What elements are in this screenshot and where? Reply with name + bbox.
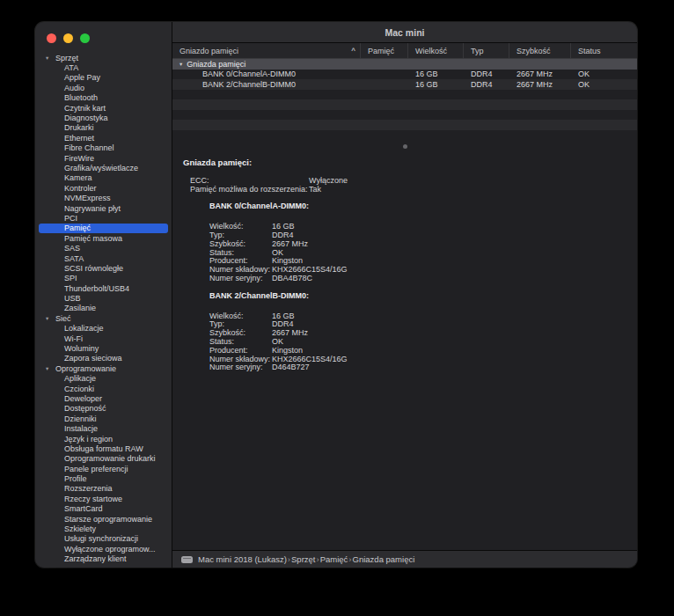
sidebar-item[interactable]: Obsługa formatu RAW: [39, 444, 168, 453]
cell-slot: BANK 2/ChannelB-DIMM0: [172, 80, 361, 89]
sidebar-item[interactable]: Lokalizacje: [39, 324, 168, 334]
sidebar-item[interactable]: Aplikacje: [39, 374, 168, 384]
titlebar[interactable]: Mac mini: [172, 22, 637, 43]
column-header[interactable]: Gniazdo pamięci^: [172, 43, 361, 58]
column-header[interactable]: Szybkość: [509, 43, 571, 58]
column-header[interactable]: Wielkość: [408, 43, 464, 58]
sidebar-item[interactable]: Starsze oprogramowanie: [39, 514, 168, 524]
sidebar-item-label: Kontroler: [64, 184, 97, 193]
chevron-down-icon: ▾: [46, 365, 55, 372]
sidebar-item[interactable]: PCI: [39, 213, 168, 223]
empty-row: [172, 120, 637, 130]
sidebar-item[interactable]: Kamera: [39, 173, 168, 183]
sidebar-item[interactable]: Fibre Channel: [39, 143, 168, 153]
sidebar-item[interactable]: Nagrywanie płyt: [39, 203, 168, 213]
sidebar-item-label: Czcionki: [64, 385, 94, 393]
sidebar-item[interactable]: SmartCard: [39, 504, 168, 514]
sidebar-item[interactable]: Thunderbolt/USB4: [39, 283, 168, 293]
sidebar-item[interactable]: Bluetooth: [39, 93, 168, 103]
system-information-window: ▾SprzętATAApple PayAudioBluetoothCzytnik…: [35, 22, 637, 568]
sidebar-item[interactable]: Zarządzany klient: [39, 554, 168, 564]
breadcrumb-segment: Sprzęt: [291, 554, 315, 564]
sidebar-item[interactable]: Oprogramowanie drukarki: [39, 454, 168, 464]
cell-size: 16 GB: [408, 70, 464, 78]
sidebar-section-label: Oprogramowanie: [55, 364, 116, 373]
sidebar: ▾SprzętATAApple PayAudioBluetoothCzytnik…: [35, 22, 172, 568]
sidebar-item[interactable]: Audio: [39, 83, 168, 92]
detail-value: D464B727: [272, 363, 310, 372]
sidebar-item[interactable]: Kontroler: [39, 183, 168, 193]
sidebar-section-header[interactable]: ▾Sieć: [39, 313, 168, 323]
zoom-button[interactable]: [80, 33, 90, 43]
sidebar-item[interactable]: Grafika/wyświetlacze: [39, 163, 168, 172]
sidebar-item[interactable]: SATA: [39, 253, 168, 263]
sidebar-item-label: Grafika/wyświetlacze: [64, 164, 138, 172]
detail-value: DBA4B78C: [272, 275, 312, 283]
sidebar-section-header[interactable]: ▾Oprogramowanie: [39, 363, 168, 373]
sidebar-item[interactable]: Pamięć masowa: [39, 233, 168, 243]
detail-row: Numer seryjny:DBA4B78C: [209, 275, 626, 283]
cell-speed: 2667 MHz: [509, 70, 571, 78]
sidebar-item-label: Drukarki: [64, 123, 94, 132]
sidebar-item-label: Bluetooth: [64, 93, 98, 102]
sidebar-item[interactable]: Diagnostyka: [39, 113, 168, 122]
column-header-label: Gniazdo pamięci: [179, 47, 238, 55]
sidebar-item[interactable]: Ethernet: [39, 133, 168, 143]
sidebar-item-label: Audio: [64, 84, 84, 92]
sidebar-item[interactable]: USB: [39, 293, 168, 303]
breadcrumb-segment: Pamięć: [320, 554, 348, 564]
sidebar-item[interactable]: Czcionki: [39, 384, 168, 393]
sidebar-item[interactable]: SPI: [39, 274, 168, 283]
sidebar-item[interactable]: NVMExpress: [39, 193, 168, 202]
sidebar-item-label: Usługi synchronizacji: [64, 534, 138, 543]
column-header[interactable]: Pamięć: [361, 43, 408, 58]
memory-table: Gniazdo pamięci^PamięćWielkośćTypSzybkoś…: [172, 43, 637, 140]
sidebar-item[interactable]: SCSI równoległe: [39, 263, 168, 273]
sidebar-item[interactable]: Drukarki: [39, 123, 168, 133]
sidebar-item[interactable]: Apple Pay: [39, 73, 168, 83]
sidebar-item[interactable]: Profile: [39, 473, 168, 483]
column-header[interactable]: Status: [571, 43, 637, 58]
sidebar-item-label: Wyłączone oprogramow...: [64, 545, 155, 554]
sidebar-item[interactable]: Szkielety: [39, 524, 168, 533]
sidebar-item-label: Rzeczy startowe: [64, 495, 122, 503]
breadcrumb-segment: Mac mini 2018 (Lukasz): [198, 554, 287, 564]
sidebar-item[interactable]: Zapora sieciowa: [39, 354, 168, 363]
sidebar-item[interactable]: Wyłączone oprogramow...: [39, 544, 168, 554]
splitter-grip-icon: [403, 144, 407, 149]
bank-fields: Wielkość:16 GBTyp:DDR4Szybkość:2667 MHzS…: [209, 312, 626, 373]
sidebar-item-label: SAS: [64, 244, 80, 253]
sidebar-item[interactable]: Czytnik kart: [39, 103, 168, 113]
sidebar-item[interactable]: Rozszerzenia: [39, 484, 168, 494]
sidebar-item[interactable]: Zasilanie: [39, 304, 168, 313]
chevron-down-icon: ▾: [46, 55, 55, 62]
close-button[interactable]: [47, 33, 56, 43]
sidebar-item[interactable]: Wi-Fi: [39, 334, 168, 343]
column-header[interactable]: Typ: [464, 43, 509, 58]
details-heading: Gniazda pamięci:: [183, 158, 626, 167]
cell-speed: 2667 MHz: [509, 80, 571, 89]
sidebar-item[interactable]: Dostępność: [39, 404, 168, 414]
sidebar-item-label: Obsługa formatu RAW: [64, 444, 143, 453]
sidebar-item[interactable]: FireWire: [39, 153, 168, 163]
sidebar-section-header[interactable]: ▾Sprzęt: [39, 53, 168, 62]
sidebar-item[interactable]: Dzienniki: [39, 414, 168, 423]
minimize-button[interactable]: [63, 33, 73, 43]
sidebar-item[interactable]: SAS: [39, 243, 168, 253]
memory-slots-group-row[interactable]: ▾Gniazda pamięci: [172, 59, 637, 70]
sidebar-item[interactable]: Deweloper: [39, 393, 168, 403]
sidebar-item-label: Fibre Channel: [64, 143, 114, 152]
sidebar-item[interactable]: Usługi synchronizacji: [39, 534, 168, 544]
pane-splitter[interactable]: [172, 140, 637, 152]
memory-slot-row[interactable]: BANK 2/ChannelB-DIMM016 GBDDR42667 MHzOK: [172, 79, 637, 90]
sidebar-item[interactable]: ATA: [39, 62, 168, 72]
sidebar-item[interactable]: Język i region: [39, 434, 168, 444]
sidebar-item[interactable]: Instalacje: [39, 423, 168, 433]
sidebar-item[interactable]: Panele preferencji: [39, 464, 168, 473]
sidebar-item[interactable]: Rzeczy startowe: [39, 494, 168, 503]
memory-slot-row[interactable]: BANK 0/ChannelA-DIMM016 GBDDR42667 MHzOK: [172, 70, 637, 80]
cell-slot: BANK 0/ChannelA-DIMM0: [172, 70, 361, 78]
sidebar-item[interactable]: Pamięć: [39, 224, 168, 233]
sidebar-item[interactable]: Woluminy: [39, 343, 168, 353]
sidebar-item-label: Wi-Fi: [64, 334, 83, 343]
